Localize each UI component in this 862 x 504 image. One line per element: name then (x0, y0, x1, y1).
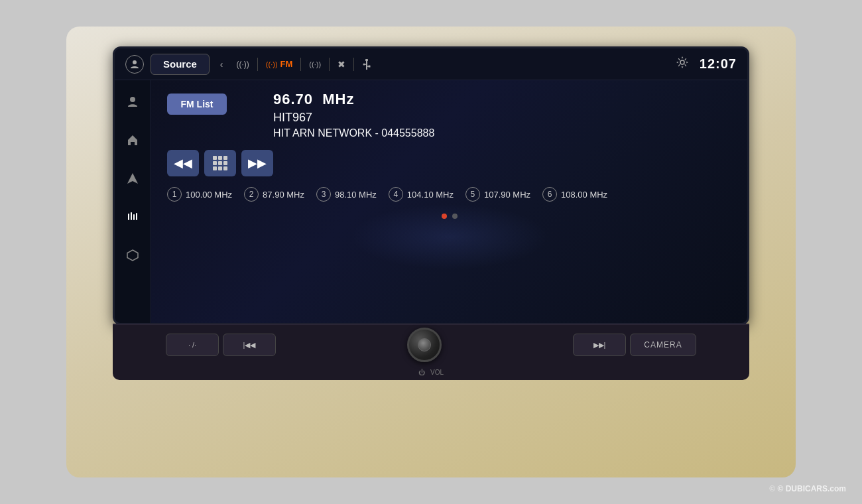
preset-freq-5: 107.90 MHz (484, 190, 530, 200)
svg-point-8 (130, 97, 135, 102)
sidebar-apps-icon[interactable] (121, 243, 145, 267)
station-name: HIT967 (273, 111, 434, 125)
copyright-symbol: © (769, 484, 775, 493)
station-frequency: 96.70 MHz (273, 91, 434, 108)
preset-num-3: 3 (316, 187, 331, 202)
svg-rect-1 (365, 59, 368, 61)
svg-rect-10 (128, 214, 129, 220)
preset-5[interactable]: 5 107.90 MHz (465, 187, 530, 202)
preset-num-1: 1 (167, 187, 182, 202)
fm-label: FM (280, 59, 293, 69)
svg-marker-9 (127, 173, 138, 184)
playback-controls: ◀◀ ▶▶ (167, 150, 731, 176)
presets-row: 1 100.00 MHz 2 87.90 MHz 3 98.10 MHz 4 1… (167, 187, 731, 202)
knob-labels: ⏻ VOL (418, 369, 444, 376)
preset-num-6: 6 (542, 187, 557, 202)
tune-dots-grid (213, 156, 227, 170)
infotainment-screen: Source ‹ ((·)) ((·)) FM (113, 46, 749, 325)
station-info: 96.70 MHz HIT967 HIT ARN NETWORK - 04455… (273, 91, 434, 139)
station-network: HIT ARN NETWORK - 044555888 (273, 127, 434, 139)
play-pause-button[interactable]: · /· (166, 334, 219, 356)
preset-freq-6: 108.00 MHz (561, 190, 607, 200)
divider-2 (300, 58, 301, 71)
left-phys-buttons: · /· |◀◀ (166, 334, 276, 356)
svg-point-5 (363, 63, 365, 65)
main-area: FM List 96.70 MHz HIT967 HIT ARN NETWORK… (115, 80, 747, 323)
right-phys-buttons: ▶▶| CAMERA (573, 334, 696, 356)
power-label: ⏻ (418, 369, 425, 376)
car-infotainment-frame: Source ‹ ((·)) ((·)) FM (66, 27, 796, 477)
top-bar: Source ‹ ((·)) ((·)) FM (115, 48, 747, 80)
preset-2[interactable]: 2 87.90 MHz (244, 187, 304, 202)
top-bar-left: Source ‹ ((·)) ((·)) FM (125, 54, 371, 75)
nav-arrow-left[interactable]: ‹ (216, 58, 227, 71)
user-icon[interactable] (125, 55, 144, 74)
page-dot-1[interactable] (442, 214, 447, 219)
svg-point-7 (680, 60, 684, 64)
svg-rect-12 (133, 214, 135, 220)
sidebar-nav-icon[interactable] (121, 166, 145, 190)
volume-knob[interactable] (407, 328, 442, 362)
forward-button[interactable]: ▶▶ (241, 150, 273, 176)
svg-rect-13 (136, 213, 137, 220)
physical-buttons-row: · /· |◀◀ ▶▶| CAMERA (113, 328, 749, 362)
preset-freq-3: 98.10 MHz (335, 190, 377, 200)
rewind-button[interactable]: ◀◀ (167, 150, 199, 176)
page-dot-2[interactable] (452, 214, 458, 219)
prev-track-button[interactable]: |◀◀ (223, 334, 276, 356)
source-button[interactable]: Source (151, 54, 210, 75)
preset-freq-1: 100.00 MHz (186, 190, 232, 200)
bluetooth-icon[interactable]: ✖ (338, 59, 345, 70)
fm-list-button[interactable]: FM List (167, 94, 227, 115)
next-track-button[interactable]: ▶▶| (573, 334, 626, 356)
sidebar-home-icon[interactable] (121, 128, 145, 152)
preset-freq-2: 87.90 MHz (263, 190, 304, 200)
preset-freq-4: 104.10 MHz (407, 190, 454, 200)
dubicars-watermark: © © DUBICARS.com (769, 484, 846, 493)
watermark-text: © DUBICARS.com (777, 484, 846, 493)
radio-content: FM List 96.70 MHz HIT967 HIT ARN NETWORK… (151, 80, 747, 323)
preset-num-4: 4 (389, 187, 403, 202)
svg-rect-11 (131, 212, 132, 220)
tune-button[interactable] (204, 150, 236, 176)
usb-icon[interactable] (362, 59, 371, 70)
divider-4 (353, 58, 354, 71)
source-icons: ((·)) ((·)) FM ((·)) (237, 58, 372, 71)
svg-marker-14 (127, 250, 138, 261)
preset-4[interactable]: 4 104.10 MHz (389, 187, 454, 202)
svg-rect-6 (369, 65, 371, 67)
preset-1[interactable]: 1 100.00 MHz (167, 187, 232, 202)
vol-label: VOL (430, 369, 444, 376)
preset-num-5: 5 (465, 187, 480, 202)
svg-point-0 (133, 60, 137, 64)
page-indicator (167, 214, 731, 219)
divider-1 (257, 58, 258, 71)
preset-3[interactable]: 3 98.10 MHz (316, 187, 377, 202)
knob-inner (418, 338, 431, 351)
top-bar-right: 12:07 (676, 56, 737, 72)
dab-icon[interactable]: ((·)) (309, 60, 321, 68)
preset-num-2: 2 (244, 187, 259, 202)
sidebar-user-icon[interactable] (121, 90, 145, 113)
clock-display: 12:07 (700, 56, 737, 72)
fm-info-row: FM List 96.70 MHz HIT967 HIT ARN NETWORK… (167, 91, 731, 139)
preset-6[interactable]: 6 108.00 MHz (542, 187, 607, 202)
settings-gear-icon[interactable] (676, 56, 689, 72)
am-icon[interactable]: ((·)) (237, 60, 249, 69)
camera-button[interactable]: CAMERA (630, 334, 696, 356)
physical-controls-bar: · /· |◀◀ ▶▶| CAMERA ⏻ VOL (113, 324, 749, 380)
divider-3 (329, 58, 330, 71)
sidebar-music-icon[interactable] (121, 205, 145, 229)
sidebar (115, 80, 151, 323)
fm-icon[interactable]: ((·)) FM (266, 59, 293, 69)
